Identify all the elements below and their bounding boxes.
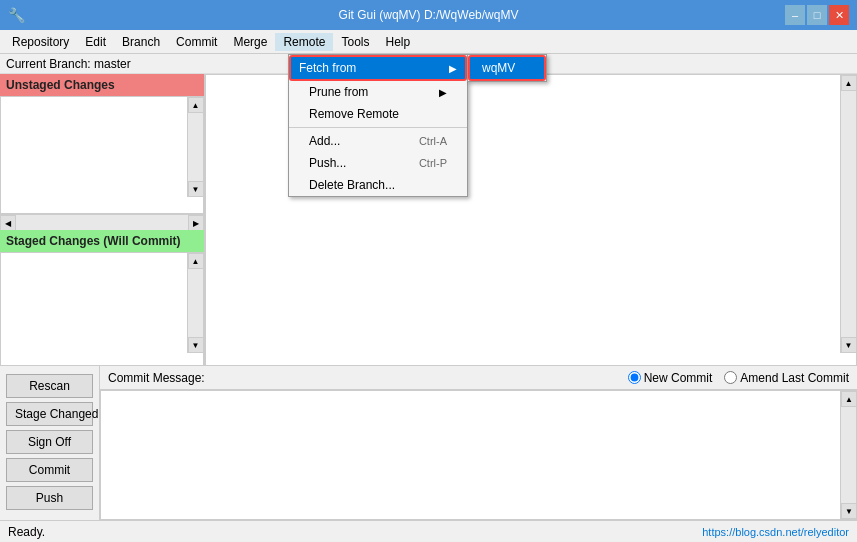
action-buttons: Rescan Stage Changed Sign Off Commit Pus… bbox=[0, 366, 100, 520]
menu-tools[interactable]: Tools bbox=[333, 33, 377, 51]
commit-scroll-up[interactable]: ▲ bbox=[841, 391, 857, 407]
add-shortcut: Ctrl-A bbox=[419, 135, 447, 147]
rescan-button[interactable]: Rescan bbox=[6, 374, 93, 398]
staged-header: Staged Changes (Will Commit) bbox=[0, 230, 204, 252]
scroll-left-btn[interactable]: ◀ bbox=[0, 215, 16, 231]
menu-item-remove-remote[interactable]: Remove Remote bbox=[289, 103, 467, 125]
stage-changed-button[interactable]: Stage Changed bbox=[6, 402, 93, 426]
commit-message-header: Commit Message: New Commit Amend Last Co… bbox=[100, 366, 857, 390]
commit-message-area: Commit Message: New Commit Amend Last Co… bbox=[100, 366, 857, 520]
staged-section: Staged Changes (Will Commit) ▲ ▼ ◀ ▶ bbox=[0, 230, 204, 386]
diff-scroll-up-btn[interactable]: ▲ bbox=[841, 75, 857, 91]
menu-item-delete-branch[interactable]: Delete Branch... bbox=[289, 174, 467, 196]
left-panel: Unstaged Changes ▲ ▼ ◀ ▶ bbox=[0, 74, 205, 386]
maximize-button[interactable]: □ bbox=[807, 5, 827, 25]
status-footer: Ready. https://blog.csdn.net/relyeditor bbox=[0, 520, 857, 542]
commit-message-input[interactable] bbox=[101, 391, 856, 519]
unstaged-section: Unstaged Changes ▲ ▼ ◀ ▶ bbox=[0, 74, 204, 230]
amend-commit-radio[interactable] bbox=[724, 371, 737, 384]
footer-link: https://blog.csdn.net/relyeditor bbox=[702, 526, 849, 538]
commit-radio-group: New Commit Amend Last Commit bbox=[628, 371, 849, 385]
bottom-area: Rescan Stage Changed Sign Off Commit Pus… bbox=[0, 365, 857, 520]
fetch-submenu: wqMV bbox=[467, 54, 547, 82]
unstaged-header: Unstaged Changes bbox=[0, 74, 204, 96]
menu-edit[interactable]: Edit bbox=[77, 33, 114, 51]
fetch-submenu-item-wqmv[interactable]: wqMV bbox=[468, 55, 546, 81]
commit-scroll-down[interactable]: ▼ bbox=[841, 503, 857, 519]
commit-message-body: ▲ ▼ bbox=[100, 390, 857, 520]
amend-commit-option[interactable]: Amend Last Commit bbox=[724, 371, 849, 385]
title-bar: 🔧 Git Gui (wqMV) D:/WqWeb/wqMV – □ ✕ bbox=[0, 0, 857, 30]
new-commit-option[interactable]: New Commit bbox=[628, 371, 713, 385]
unstaged-vscrollbar[interactable]: ▲ ▼ bbox=[187, 97, 203, 197]
diff-scroll-down-btn[interactable]: ▼ bbox=[841, 337, 857, 353]
menu-bar: Repository Edit Branch Commit Merge Remo… bbox=[0, 30, 857, 54]
menu-item-prune-from[interactable]: Prune from ▶ bbox=[289, 81, 467, 103]
unstaged-hscrollbar[interactable]: ◀ ▶ bbox=[0, 214, 204, 230]
diff-vscrollbar[interactable]: ▲ ▼ bbox=[840, 75, 856, 353]
push-shortcut: Ctrl-P bbox=[419, 157, 447, 169]
scroll-down-btn[interactable]: ▼ bbox=[188, 181, 204, 197]
scroll-up-btn[interactable]: ▲ bbox=[188, 97, 204, 113]
commit-message-label: Commit Message: bbox=[108, 371, 205, 385]
sign-off-button[interactable]: Sign Off bbox=[6, 430, 93, 454]
window-title: Git Gui (wqMV) D:/WqWeb/wqMV bbox=[339, 8, 519, 22]
menu-separator-1 bbox=[289, 127, 467, 128]
staged-scroll-down-btn[interactable]: ▼ bbox=[188, 337, 204, 353]
menu-branch[interactable]: Branch bbox=[114, 33, 168, 51]
push-button[interactable]: Push bbox=[6, 486, 93, 510]
menu-item-push[interactable]: Push... Ctrl-P bbox=[289, 152, 467, 174]
remote-dropdown-menu: Fetch from ▶ Prune from ▶ Remove Remote … bbox=[288, 54, 468, 197]
menu-item-add[interactable]: Add... Ctrl-A bbox=[289, 130, 467, 152]
fetch-from-arrow: ▶ bbox=[449, 63, 457, 74]
commit-vscrollbar[interactable]: ▲ ▼ bbox=[840, 391, 856, 519]
scroll-right-btn[interactable]: ▶ bbox=[188, 215, 204, 231]
commit-button[interactable]: Commit bbox=[6, 458, 93, 482]
menu-remote[interactable]: Remote bbox=[275, 33, 333, 51]
menu-item-fetch-from[interactable]: Fetch from ▶ bbox=[289, 55, 467, 81]
staged-scroll-up-btn[interactable]: ▲ bbox=[188, 253, 204, 269]
menu-repository[interactable]: Repository bbox=[4, 33, 77, 51]
minimize-button[interactable]: – bbox=[785, 5, 805, 25]
menu-help[interactable]: Help bbox=[377, 33, 418, 51]
menu-commit[interactable]: Commit bbox=[168, 33, 225, 51]
app-icon: 🔧 bbox=[8, 7, 25, 23]
staged-vscrollbar[interactable]: ▲ ▼ bbox=[187, 253, 203, 353]
current-branch-text: Current Branch: master bbox=[6, 57, 131, 71]
prune-from-arrow: ▶ bbox=[439, 87, 447, 98]
new-commit-radio[interactable] bbox=[628, 371, 641, 384]
ready-text: Ready. bbox=[8, 525, 45, 539]
menu-merge[interactable]: Merge bbox=[225, 33, 275, 51]
close-button[interactable]: ✕ bbox=[829, 5, 849, 25]
